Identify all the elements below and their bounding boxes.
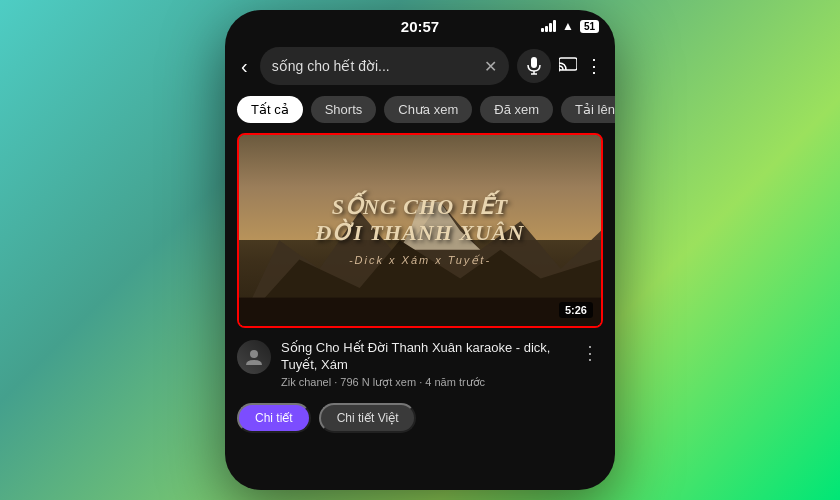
channel-avatar[interactable] [237, 340, 271, 374]
phone-frame: 20:57 ▲ 51 ‹ sống cho hết đời... ✕ [225, 10, 615, 490]
svg-point-4 [559, 68, 561, 71]
search-query: sống cho hết đời... [272, 58, 476, 74]
video-title-overlay: SỐNG CHO HẾT ĐỜI THANH XUÂN -Dick x Xám … [239, 135, 601, 326]
video-meta: Sống Cho Hết Đời Thanh Xuân karaoke - di… [281, 340, 567, 389]
mic-button[interactable] [517, 49, 551, 83]
battery-badge: 51 [580, 20, 599, 33]
more-options-button[interactable]: ⋮ [585, 55, 603, 77]
back-button[interactable]: ‹ [237, 51, 252, 82]
tab-uploaded[interactable]: Tải lên [561, 96, 615, 123]
tab-watched[interactable]: Đã xem [480, 96, 553, 123]
video-thumbnail[interactable]: SỐNG CHO HẾT ĐỜI THANH XUÂN -Dick x Xám … [237, 133, 603, 328]
video-channel-info: Zik chanel · 796 N lượt xem · 4 năm trướ… [281, 376, 567, 389]
status-icons: ▲ 51 [541, 19, 599, 33]
thumbnail-background: SỐNG CHO HẾT ĐỜI THANH XUÂN -Dick x Xám … [239, 135, 601, 326]
tab-shorts[interactable]: Shorts [311, 96, 377, 123]
tab-all[interactable]: Tất cả [237, 96, 303, 123]
clear-button[interactable]: ✕ [484, 57, 497, 76]
avatar-image [237, 340, 271, 374]
search-bar: ‹ sống cho hết đời... ✕ ⋮ [225, 42, 615, 90]
pill-details[interactable]: Chi tiết [237, 403, 311, 433]
duration-badge: 5:26 [559, 302, 593, 318]
video-more-button[interactable]: ⋮ [577, 338, 603, 368]
channel-name: Zik chanel [281, 376, 331, 388]
time-ago: 4 năm trước [425, 376, 485, 388]
status-time: 20:57 [401, 18, 439, 35]
cast-button[interactable] [559, 56, 577, 77]
cast-icon [559, 56, 577, 72]
view-count: 796 N lượt xem [340, 376, 416, 388]
mic-icon [527, 57, 541, 75]
video-info: Sống Cho Hết Đời Thanh Xuân karaoke - di… [225, 332, 615, 397]
bottom-pills-section: Chi tiết Chi tiết Việt [225, 397, 615, 437]
video-main-title: SỐNG CHO HẾT ĐỜI THANH XUÂN [316, 194, 525, 247]
pill-details-viet[interactable]: Chi tiết Việt [319, 403, 417, 433]
signal-icon [541, 20, 556, 32]
filter-tabs: Tất cả Shorts Chưa xem Đã xem Tải lên [225, 90, 615, 129]
wifi-icon: ▲ [562, 19, 574, 33]
video-title-text: Sống Cho Hết Đời Thanh Xuân karaoke - di… [281, 340, 567, 374]
svg-point-9 [250, 350, 258, 358]
search-input-container[interactable]: sống cho hết đời... ✕ [260, 47, 509, 85]
video-artist-credit: -Dick x Xám x Tuyết- [349, 254, 491, 267]
tab-unwatched[interactable]: Chưa xem [384, 96, 472, 123]
status-bar: 20:57 ▲ 51 [225, 10, 615, 42]
svg-rect-0 [531, 57, 537, 68]
